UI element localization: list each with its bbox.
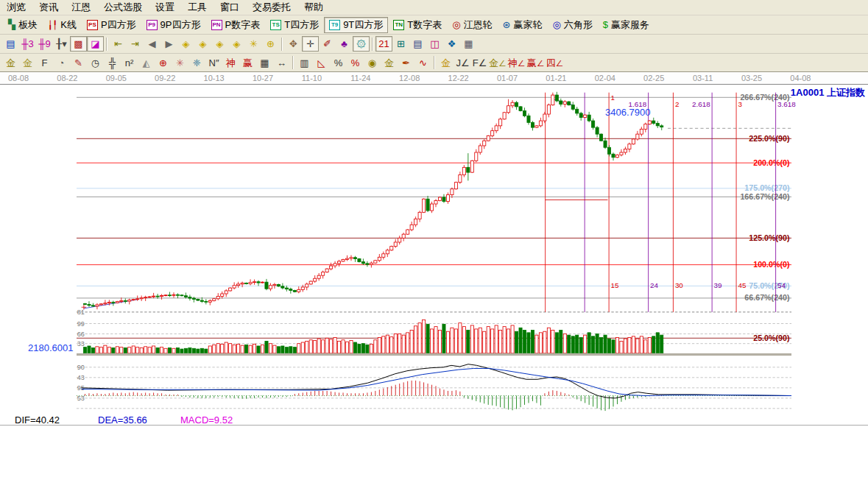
menu-item-4[interactable]: 设置 xyxy=(149,0,181,15)
t-number-icon: TN xyxy=(393,20,404,30)
first-icon[interactable]: ⇤ xyxy=(110,36,127,52)
dia-left-icon[interactable]: ◈ xyxy=(177,36,194,52)
menu-item-1[interactable]: 资讯 xyxy=(32,0,65,15)
fib-icon[interactable]: F xyxy=(36,55,53,71)
chart9-icon[interactable]: ╫9 xyxy=(36,36,53,52)
next-icon[interactable]: ▶ xyxy=(160,36,177,52)
chart-area: 8199663390439553266.67%(240)225.0%(90)20… xyxy=(0,85,868,480)
menu-item-8[interactable]: 帮助 xyxy=(297,0,330,15)
p-square-button[interactable]: PSP四方形 xyxy=(82,17,141,33)
toolbar-separator xyxy=(292,56,294,69)
dia-right-icon[interactable]: ◈ xyxy=(194,36,211,52)
chart3-icon[interactable]: ╫3 xyxy=(19,36,36,52)
gold-price-icon[interactable]: 金 xyxy=(19,55,36,71)
ying-angle-icon[interactable]: 赢∠ xyxy=(526,55,546,71)
net-icon[interactable]: ❖ xyxy=(443,36,460,52)
bars-measure-icon[interactable]: ▥ xyxy=(296,55,313,71)
f-angle-icon[interactable]: F∠ xyxy=(471,55,488,71)
p9-square-icon: P9 xyxy=(147,20,158,30)
pc-icon[interactable]: ▦ xyxy=(460,36,477,52)
compass-icon[interactable]: ⊕ xyxy=(155,55,172,71)
save-icon[interactable]: ◫ xyxy=(426,36,443,52)
n2-icon[interactable]: n² xyxy=(121,55,138,71)
j-angle-icon[interactable]: J∠ xyxy=(454,55,471,71)
sectors-button-label: 板块 xyxy=(18,18,38,32)
date-tick-03-11: 03-11 xyxy=(693,74,713,82)
sectors-button[interactable]: ▚板块 xyxy=(3,17,43,33)
gold-section-icon[interactable]: 金 xyxy=(2,55,19,71)
main-toolbar: ▚板块╽╿K线PSP四方形P99P四方形PNP数字表TST四方形T99T四方形T… xyxy=(0,15,868,35)
gold-lines-icon[interactable]: 金 xyxy=(381,55,398,71)
gann-square-icon[interactable]: ▩ xyxy=(70,36,87,52)
clock-cycle-icon[interactable]: ◷ xyxy=(87,55,104,71)
shen-icon[interactable]: 神 xyxy=(222,55,239,71)
winner-service-button-label: 赢家服务 xyxy=(611,18,649,32)
p-number-button[interactable]: PNP数字表 xyxy=(206,17,266,33)
dia-hswap-icon[interactable]: ◈ xyxy=(211,36,228,52)
low-price-label: 2180.6001 xyxy=(28,342,73,353)
t9-square-button[interactable]: T99T四方形 xyxy=(324,17,388,33)
web-icon[interactable]: ✳ xyxy=(172,55,188,71)
candle-style-icon[interactable]: ╂▾ xyxy=(53,36,70,52)
gold-underline-icon[interactable]: 金 xyxy=(437,55,454,71)
percent-icon[interactable]: % xyxy=(330,55,347,71)
gann-ratio-label: 2.618 xyxy=(692,100,710,108)
span-arrows-icon[interactable]: ↔ xyxy=(273,55,290,71)
date-tick-10-13: 10-13 xyxy=(204,74,225,82)
last-icon[interactable]: ⇥ xyxy=(127,36,144,52)
notepad-icon[interactable]: ▤ xyxy=(409,36,426,52)
hand-icon[interactable]: ✥ xyxy=(285,36,302,52)
menu-item-0[interactable]: 浏览 xyxy=(0,0,32,15)
gold-angle-icon[interactable]: 金∠ xyxy=(488,55,507,71)
gann-wheel-button[interactable]: ◎江恩轮 xyxy=(447,17,497,33)
t-square-button[interactable]: TST四方形 xyxy=(265,17,324,33)
ruler123-icon[interactable]: ▦ xyxy=(256,55,273,71)
gann-wheel-button-label: 江恩轮 xyxy=(464,18,493,32)
wave-lines-icon[interactable]: ∿ xyxy=(414,55,431,71)
hexagon-button[interactable]: ◎六角形 xyxy=(548,17,598,33)
gold-circle-icon[interactable]: ◉ xyxy=(364,55,381,71)
percent-tri-icon[interactable]: ◺ xyxy=(313,55,330,71)
menu-item-5[interactable]: 工具 xyxy=(181,0,214,15)
shen-angle-icon[interactable]: 神∠ xyxy=(507,55,526,71)
p9-square-button[interactable]: P99P四方形 xyxy=(141,17,206,33)
gann-ratio-label: 3.618 xyxy=(777,100,796,108)
gann-level-label: 225.0%(90) xyxy=(749,134,790,143)
ying-icon[interactable]: 赢 xyxy=(239,55,256,71)
volume-profile-icon[interactable]: ◪ xyxy=(87,36,104,52)
prev-icon[interactable]: ◀ xyxy=(144,36,160,52)
grid-ticks-icon[interactable]: ╬ xyxy=(104,55,121,71)
dia-shrink-icon[interactable]: ◈ xyxy=(228,36,245,52)
brush-icon[interactable]: ✎ xyxy=(70,55,87,71)
menu-item-2[interactable]: 江恩 xyxy=(65,0,97,15)
web-box-icon[interactable]: ❈ xyxy=(188,55,205,71)
crosshair-icon[interactable]: ✛ xyxy=(302,36,319,52)
t-number-button[interactable]: TNT数字表 xyxy=(388,17,447,33)
menu-item-6[interactable]: 窗口 xyxy=(214,0,246,15)
four-angle-icon[interactable]: 四∠ xyxy=(545,55,564,71)
hexagon-button-label: 六角形 xyxy=(564,18,593,32)
angle-measure-icon[interactable]: ✐ xyxy=(319,36,336,52)
calculator-icon[interactable]: ⊞ xyxy=(392,36,409,52)
percent-lines-icon[interactable]: % xyxy=(347,55,364,71)
winner-wheel-button[interactable]: ⊛赢家轮 xyxy=(498,17,548,33)
angle-mirror-icon[interactable]: ◭ xyxy=(138,55,155,71)
spiral-icon[interactable]: ◔ xyxy=(53,55,70,71)
gann-count-label: 15 xyxy=(611,281,619,289)
menu-item-7[interactable]: 交易委托 xyxy=(246,0,297,15)
symbol-label: 1A0001 上证指数 xyxy=(791,86,865,99)
flag-pen-icon[interactable]: ✒ xyxy=(398,55,414,71)
gann-ratio-label: 1 xyxy=(611,93,615,102)
dia-star-icon[interactable]: ✳ xyxy=(245,36,262,52)
notes-icon[interactable]: ▤ xyxy=(2,36,19,52)
brain-icon[interactable]: ۞ xyxy=(353,36,370,52)
dia-cross-icon[interactable]: ⊕ xyxy=(262,36,279,52)
tree-icon[interactable]: ♣ xyxy=(336,36,353,52)
volume-series xyxy=(83,320,663,353)
menu-item-3[interactable]: 公式选股 xyxy=(97,0,149,15)
winner-service-button[interactable]: $赢家服务 xyxy=(598,17,654,33)
toolbar-separator xyxy=(281,38,283,51)
calendar-icon[interactable]: 21 xyxy=(375,36,392,52)
kline-button[interactable]: ╽╿K线 xyxy=(43,17,82,33)
wave-k-icon[interactable]: N″ xyxy=(205,55,222,71)
